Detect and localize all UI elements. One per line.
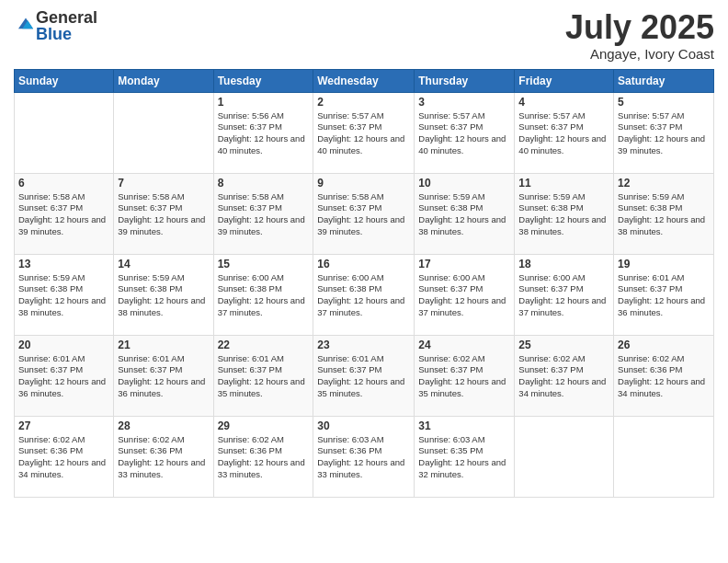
day-info: Sunrise: 6:02 AM Sunset: 6:36 PM Dayligh… bbox=[618, 353, 710, 400]
logo-blue-text: Blue bbox=[36, 26, 97, 42]
day-info: Sunrise: 6:02 AM Sunset: 6:36 PM Dayligh… bbox=[18, 434, 109, 481]
calendar-cell: 16Sunrise: 6:00 AM Sunset: 6:38 PM Dayli… bbox=[313, 254, 415, 335]
day-number: 14 bbox=[118, 258, 209, 270]
day-number: 8 bbox=[218, 177, 310, 190]
calendar-cell bbox=[114, 92, 213, 173]
day-info: Sunrise: 6:00 AM Sunset: 6:38 PM Dayligh… bbox=[218, 272, 310, 319]
day-info: Sunrise: 5:59 AM Sunset: 6:38 PM Dayligh… bbox=[118, 272, 209, 319]
day-number: 26 bbox=[618, 339, 710, 351]
calendar-cell: 7Sunrise: 5:58 AM Sunset: 6:37 PM Daylig… bbox=[114, 173, 213, 254]
day-info: Sunrise: 6:02 AM Sunset: 6:37 PM Dayligh… bbox=[518, 353, 609, 400]
calendar-cell: 22Sunrise: 6:01 AM Sunset: 6:37 PM Dayli… bbox=[213, 335, 313, 416]
page: General Blue July 2025 Angaye, Ivory Coa… bbox=[0, 0, 728, 563]
day-info: Sunrise: 5:57 AM Sunset: 6:37 PM Dayligh… bbox=[618, 110, 710, 157]
calendar-cell: 4Sunrise: 5:57 AM Sunset: 6:37 PM Daylig… bbox=[515, 92, 614, 173]
calendar: SundayMondayTuesdayWednesdayThursdayFrid… bbox=[14, 69, 714, 498]
day-number: 15 bbox=[218, 258, 310, 270]
weekday-header: Monday bbox=[114, 69, 213, 92]
calendar-cell: 3Sunrise: 5:57 AM Sunset: 6:37 PM Daylig… bbox=[415, 92, 515, 173]
day-number: 27 bbox=[18, 419, 109, 432]
logo-icon bbox=[16, 14, 36, 34]
day-info: Sunrise: 5:59 AM Sunset: 6:38 PM Dayligh… bbox=[18, 272, 109, 319]
day-number: 29 bbox=[218, 419, 310, 432]
logo-general-text: General bbox=[36, 9, 97, 26]
day-info: Sunrise: 6:02 AM Sunset: 6:36 PM Dayligh… bbox=[218, 434, 310, 481]
calendar-week-row: 6Sunrise: 5:58 AM Sunset: 6:37 PM Daylig… bbox=[15, 173, 714, 254]
day-info: Sunrise: 5:57 AM Sunset: 6:37 PM Dayligh… bbox=[418, 110, 510, 157]
calendar-header-row: SundayMondayTuesdayWednesdayThursdayFrid… bbox=[15, 69, 714, 92]
day-info: Sunrise: 6:01 AM Sunset: 6:37 PM Dayligh… bbox=[618, 272, 710, 319]
day-number: 5 bbox=[618, 96, 710, 109]
day-info: Sunrise: 6:02 AM Sunset: 6:37 PM Dayligh… bbox=[418, 353, 510, 400]
day-number: 28 bbox=[118, 419, 209, 432]
calendar-cell: 5Sunrise: 5:57 AM Sunset: 6:37 PM Daylig… bbox=[614, 92, 714, 173]
day-info: Sunrise: 6:01 AM Sunset: 6:37 PM Dayligh… bbox=[317, 353, 410, 400]
day-number: 20 bbox=[18, 339, 109, 351]
day-number: 1 bbox=[218, 96, 310, 109]
calendar-cell: 11Sunrise: 5:59 AM Sunset: 6:38 PM Dayli… bbox=[515, 173, 614, 254]
day-number: 23 bbox=[317, 339, 410, 351]
day-info: Sunrise: 5:57 AM Sunset: 6:37 PM Dayligh… bbox=[518, 110, 609, 157]
calendar-cell: 9Sunrise: 5:58 AM Sunset: 6:37 PM Daylig… bbox=[313, 173, 415, 254]
weekday-header: Saturday bbox=[614, 69, 714, 92]
calendar-cell: 21Sunrise: 6:01 AM Sunset: 6:37 PM Dayli… bbox=[114, 335, 213, 416]
day-number: 19 bbox=[618, 258, 710, 270]
day-info: Sunrise: 5:56 AM Sunset: 6:37 PM Dayligh… bbox=[218, 110, 310, 157]
day-number: 21 bbox=[118, 339, 209, 351]
calendar-week-row: 1Sunrise: 5:56 AM Sunset: 6:37 PM Daylig… bbox=[15, 92, 714, 173]
calendar-cell bbox=[614, 416, 714, 497]
month-title: July 2025 bbox=[565, 9, 714, 46]
logo-text: General Blue bbox=[36, 9, 97, 42]
day-info: Sunrise: 6:01 AM Sunset: 6:37 PM Dayligh… bbox=[218, 353, 310, 400]
weekday-header: Thursday bbox=[415, 69, 515, 92]
day-info: Sunrise: 5:58 AM Sunset: 6:37 PM Dayligh… bbox=[18, 191, 109, 238]
day-number: 6 bbox=[18, 177, 109, 190]
calendar-cell: 29Sunrise: 6:02 AM Sunset: 6:36 PM Dayli… bbox=[213, 416, 313, 497]
calendar-cell: 12Sunrise: 5:59 AM Sunset: 6:38 PM Dayli… bbox=[614, 173, 714, 254]
day-info: Sunrise: 5:59 AM Sunset: 6:38 PM Dayligh… bbox=[418, 191, 510, 238]
calendar-cell: 19Sunrise: 6:01 AM Sunset: 6:37 PM Dayli… bbox=[614, 254, 714, 335]
day-info: Sunrise: 6:00 AM Sunset: 6:37 PM Dayligh… bbox=[418, 272, 510, 319]
calendar-cell: 26Sunrise: 6:02 AM Sunset: 6:36 PM Dayli… bbox=[614, 335, 714, 416]
calendar-cell bbox=[515, 416, 614, 497]
day-number: 22 bbox=[218, 339, 310, 351]
title-block: July 2025 Angaye, Ivory Coast bbox=[565, 9, 714, 62]
day-number: 10 bbox=[418, 177, 510, 190]
day-number: 30 bbox=[317, 419, 410, 432]
day-number: 25 bbox=[518, 339, 609, 351]
day-number: 4 bbox=[518, 96, 609, 109]
calendar-cell: 17Sunrise: 6:00 AM Sunset: 6:37 PM Dayli… bbox=[415, 254, 515, 335]
calendar-week-row: 13Sunrise: 5:59 AM Sunset: 6:38 PM Dayli… bbox=[15, 254, 714, 335]
calendar-week-row: 20Sunrise: 6:01 AM Sunset: 6:37 PM Dayli… bbox=[15, 335, 714, 416]
day-number: 9 bbox=[317, 177, 410, 190]
day-info: Sunrise: 6:00 AM Sunset: 6:37 PM Dayligh… bbox=[518, 272, 609, 319]
day-info: Sunrise: 5:58 AM Sunset: 6:37 PM Dayligh… bbox=[218, 191, 310, 238]
day-info: Sunrise: 6:03 AM Sunset: 6:35 PM Dayligh… bbox=[418, 434, 510, 481]
calendar-cell: 8Sunrise: 5:58 AM Sunset: 6:37 PM Daylig… bbox=[213, 173, 313, 254]
header: General Blue July 2025 Angaye, Ivory Coa… bbox=[14, 9, 714, 62]
calendar-cell bbox=[15, 92, 114, 173]
calendar-cell: 2Sunrise: 5:57 AM Sunset: 6:37 PM Daylig… bbox=[313, 92, 415, 173]
calendar-cell: 27Sunrise: 6:02 AM Sunset: 6:36 PM Dayli… bbox=[15, 416, 114, 497]
day-number: 16 bbox=[317, 258, 410, 270]
calendar-cell: 18Sunrise: 6:00 AM Sunset: 6:37 PM Dayli… bbox=[515, 254, 614, 335]
day-number: 7 bbox=[118, 177, 209, 190]
day-info: Sunrise: 6:01 AM Sunset: 6:37 PM Dayligh… bbox=[118, 353, 209, 400]
calendar-cell: 28Sunrise: 6:02 AM Sunset: 6:36 PM Dayli… bbox=[114, 416, 213, 497]
logo: General Blue bbox=[14, 9, 97, 42]
calendar-cell: 25Sunrise: 6:02 AM Sunset: 6:37 PM Dayli… bbox=[515, 335, 614, 416]
day-number: 18 bbox=[518, 258, 609, 270]
day-info: Sunrise: 5:59 AM Sunset: 6:38 PM Dayligh… bbox=[618, 191, 710, 238]
weekday-header: Wednesday bbox=[313, 69, 415, 92]
weekday-header: Tuesday bbox=[213, 69, 313, 92]
day-number: 31 bbox=[418, 419, 510, 432]
calendar-cell: 10Sunrise: 5:59 AM Sunset: 6:38 PM Dayli… bbox=[415, 173, 515, 254]
day-info: Sunrise: 6:01 AM Sunset: 6:37 PM Dayligh… bbox=[18, 353, 109, 400]
calendar-week-row: 27Sunrise: 6:02 AM Sunset: 6:36 PM Dayli… bbox=[15, 416, 714, 497]
day-info: Sunrise: 6:02 AM Sunset: 6:36 PM Dayligh… bbox=[118, 434, 209, 481]
day-info: Sunrise: 6:03 AM Sunset: 6:36 PM Dayligh… bbox=[317, 434, 410, 481]
weekday-header: Sunday bbox=[15, 69, 114, 92]
calendar-cell: 15Sunrise: 6:00 AM Sunset: 6:38 PM Dayli… bbox=[213, 254, 313, 335]
location-title: Angaye, Ivory Coast bbox=[565, 46, 714, 62]
day-number: 2 bbox=[317, 96, 410, 109]
